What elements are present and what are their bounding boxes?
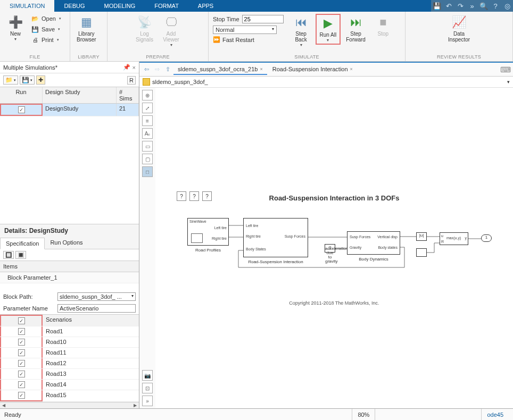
data-inspector-button[interactable]: 📈 Data Inspector <box>445 14 473 44</box>
keyboard-icon[interactable]: ⌨ <box>500 65 511 74</box>
new-file-icon: ➕ <box>8 15 23 30</box>
scenario-checkbox[interactable]: ✓ <box>18 349 25 356</box>
scenario-row[interactable]: ✓Road11 <box>0 348 139 358</box>
block-body-dynamics[interactable]: Susp Forces Gravity Vertical disp Body s… <box>347 231 400 255</box>
close-tab-icon[interactable]: × <box>260 66 262 72</box>
nav-back-button[interactable]: ⇦ <box>142 65 151 74</box>
tab-run-options[interactable]: Run Options <box>45 237 88 249</box>
tab-apps[interactable]: APPS <box>188 0 223 12</box>
sim-mode-select[interactable]: Normal▾ <box>213 26 277 34</box>
viewer-icon: 🖵 <box>164 15 179 30</box>
block-g[interactable]: g acceleration due to gravity <box>325 244 335 253</box>
annotation-icon[interactable]: Aₑ <box>142 128 153 139</box>
nav-up-button[interactable]: ⇧ <box>163 65 172 74</box>
search-icon[interactable]: 🔍 <box>478 0 490 12</box>
refresh-button[interactable]: R <box>127 76 136 85</box>
status-solver[interactable]: ode45 <box>481 409 509 420</box>
menubar: SIMULATION DEBUG MODELING FORMAT APPS 💾 … <box>0 0 513 12</box>
fast-restart-icon: ⏩ <box>213 36 220 43</box>
scenario-checkbox[interactable]: ✓ <box>18 328 25 335</box>
close-icon[interactable]: × <box>133 64 136 71</box>
block-outport[interactable]: 1 <box>481 234 492 242</box>
scenario-checkbox[interactable]: ✓ <box>18 392 25 399</box>
scenario-row[interactable]: ✓Road14 <box>0 380 139 390</box>
scenario-row[interactable]: ✓Road10 <box>0 337 139 348</box>
new-button[interactable]: ➕ New ▾ <box>3 14 28 43</box>
area-icon[interactable]: ▭ <box>142 141 153 152</box>
tree-collapse-button[interactable]: 🔳 <box>15 251 26 259</box>
col-design-study: Design Study <box>43 87 117 103</box>
tab-simulation[interactable]: SIMULATION <box>0 0 54 12</box>
zoom-fit-icon[interactable]: ⊕ <box>142 90 153 100</box>
folder-button[interactable]: 📁▾ <box>3 75 18 85</box>
block-path-select[interactable]: sldemo_suspn_3dof_ ...▾ <box>57 292 136 301</box>
restore-icon[interactable]: ⊡ <box>142 383 153 393</box>
scenario-checkbox[interactable]: ✓ <box>18 371 25 377</box>
tab-specification[interactable]: Specification <box>0 238 45 249</box>
table-row[interactable]: ✓ DesignStudy 21 <box>0 104 139 116</box>
status-bar: Ready 80% ode45 <box>0 408 513 420</box>
image-icon[interactable]: ▢ <box>142 154 153 164</box>
run-all-button[interactable]: ▶ Run All ▾ <box>316 14 341 45</box>
camera-icon[interactable]: 📷 <box>142 370 153 381</box>
block-param-item[interactable]: Block Parameter_1 <box>0 272 139 283</box>
undo-icon[interactable]: ↶ <box>443 0 454 12</box>
log-signals-button[interactable]: 📡 Log Signals <box>133 14 157 44</box>
canvas-palette: ⊕ ⤢ ≡ Aₑ ▭ ▢ □ 📷 ⊡ » <box>139 88 155 408</box>
help-icon[interactable]: ? <box>490 0 501 12</box>
scenario-all-checkbox[interactable]: ✓ <box>18 317 25 324</box>
print-button[interactable]: 🖨Print▾ <box>30 35 62 45</box>
save-button[interactable]: 💾Save▾ <box>30 24 62 34</box>
stop-time-input[interactable] <box>242 15 284 23</box>
breadcrumb[interactable]: sldemo_suspn_3dof_ <box>152 79 208 85</box>
file-tab-1[interactable]: sldemo_suspn_3dof_ocra_21b× <box>173 64 267 75</box>
block-rsi[interactable]: Left tire Right tire Body States Susp Fo… <box>243 218 308 257</box>
block-max[interactable]: u R max(u,y) y <box>440 232 468 245</box>
redo-icon[interactable]: ↷ <box>454 0 466 12</box>
folder-icon: 📁 <box>5 77 13 83</box>
plus-icon: ✚ <box>38 77 43 83</box>
tab-format[interactable]: FORMAT <box>145 0 188 12</box>
expand-icon[interactable]: » <box>466 0 478 12</box>
tab-modeling[interactable]: MODELING <box>95 0 145 12</box>
stop-button[interactable]: ■ Stop <box>371 14 395 38</box>
status-zoom[interactable]: 80% <box>352 409 375 420</box>
scenario-row[interactable]: ✓Road13 <box>0 369 139 380</box>
run-checkbox[interactable]: ✓ <box>18 106 25 113</box>
block-abs[interactable]: |u| <box>416 232 427 241</box>
scenario-checkbox[interactable]: ✓ <box>18 339 25 346</box>
step-back-button[interactable]: ⏮ Step Back ▾ <box>289 14 313 48</box>
file-tab-2[interactable]: Road-Suspension Interaction× <box>268 64 357 75</box>
scenario-checkbox[interactable]: ✓ <box>18 381 25 388</box>
expand-down-icon[interactable]: » <box>142 396 153 406</box>
scenario-row[interactable]: ✓Road15 <box>0 390 139 402</box>
toggle-icon[interactable]: ≡ <box>142 115 153 126</box>
target-icon[interactable]: ◎ <box>501 0 513 12</box>
disk-icon: 💾 <box>31 25 39 33</box>
pin-icon[interactable]: 📌 <box>123 64 130 71</box>
breadcrumb-dropdown-icon[interactable]: ▾ <box>507 79 510 85</box>
save-split-button[interactable]: 💾▾ <box>20 75 35 85</box>
save-icon[interactable]: 💾 <box>431 0 443 12</box>
fit-view-icon[interactable]: ⤢ <box>142 103 153 113</box>
step-forward-button[interactable]: ⏭ Step Forward <box>343 14 369 44</box>
stop-time-label: Stop Time <box>213 16 239 22</box>
scenario-row[interactable]: ✓Road1 <box>0 326 139 337</box>
tab-debug[interactable]: DEBUG <box>54 0 94 12</box>
tree-expand-button[interactable]: 🔲 <box>3 251 14 259</box>
block-road-profiles[interactable]: SineWave Left tire Right tire Road Profi… <box>187 218 229 246</box>
scenario-row[interactable]: ✓Road12 <box>0 358 139 369</box>
fast-restart-button[interactable]: ⏩Fast Restart <box>213 36 284 43</box>
block-step[interactable] <box>416 248 427 257</box>
scenario-checkbox[interactable]: ✓ <box>18 360 25 367</box>
library-browser-button[interactable]: ▦ Library Browser <box>73 14 100 44</box>
add-button[interactable]: ✚ <box>36 75 45 85</box>
nav-fwd-button[interactable]: ⇨ <box>152 65 162 74</box>
open-button[interactable]: 📂Open▾ <box>30 14 62 23</box>
close-tab-icon[interactable]: × <box>350 66 353 72</box>
add-viewer-button[interactable]: 🖵 Add Viewer ▾ <box>159 14 184 48</box>
param-name-input[interactable]: ActiveScenario <box>57 304 136 313</box>
horizontal-scrollbar[interactable]: ◀▶ <box>0 402 139 408</box>
box-icon[interactable]: □ <box>142 166 153 177</box>
model-canvas[interactable]: ? ? ? Road-Suspension Interaction in 3 D… <box>155 88 513 408</box>
